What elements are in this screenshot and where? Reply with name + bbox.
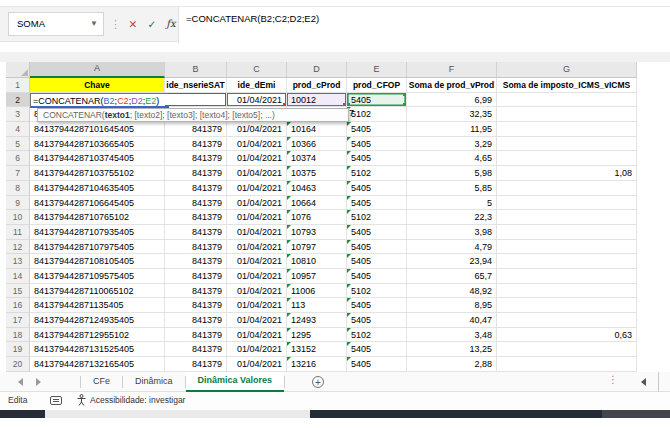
- column-header-G[interactable]: G: [497, 62, 637, 78]
- cell-D9[interactable]: 10664: [287, 196, 347, 211]
- cell-B20[interactable]: 841379: [165, 357, 227, 372]
- cell-E11[interactable]: 5405: [347, 225, 407, 240]
- cell-editor-A2[interactable]: =CONCATENAR(B2;C2;D2;E2): [30, 93, 168, 109]
- cell-C7[interactable]: 01/04/2021: [227, 166, 287, 181]
- cell-G3[interactable]: [497, 107, 637, 122]
- cell-A6[interactable]: 84137944287103745405: [30, 151, 165, 166]
- cell-E4[interactable]: 5405: [347, 122, 407, 137]
- cell-E13[interactable]: 5405: [347, 254, 407, 269]
- cell-B9[interactable]: 841379: [165, 196, 227, 211]
- cell-C19[interactable]: 01/04/2021: [227, 342, 287, 357]
- cell-B18[interactable]: 841379: [165, 328, 227, 343]
- cell-G2[interactable]: [497, 93, 637, 108]
- cell-D5[interactable]: 10366: [287, 137, 347, 152]
- cell-G8[interactable]: [497, 181, 637, 196]
- cell-D18[interactable]: 1295: [287, 328, 347, 343]
- cell-G13[interactable]: [497, 254, 637, 269]
- cell-A5[interactable]: 84137944287103665405: [30, 137, 165, 152]
- cell-G15[interactable]: [497, 284, 637, 299]
- chevron-down-icon[interactable]: ▼: [90, 13, 98, 35]
- cell-B19[interactable]: 841379: [165, 342, 227, 357]
- cell-E10[interactable]: 5102: [347, 210, 407, 225]
- cell-E3[interactable]: 5102: [347, 107, 407, 122]
- cell-D13[interactable]: 10810: [287, 254, 347, 269]
- cell-B16[interactable]: 841379: [165, 298, 227, 313]
- cell-D20[interactable]: 13216: [287, 357, 347, 372]
- cell-C12[interactable]: 01/04/2021: [227, 240, 287, 255]
- cell-G5[interactable]: [497, 137, 637, 152]
- cell-F12[interactable]: 4,79: [407, 240, 497, 255]
- cell-C14[interactable]: 01/04/2021: [227, 269, 287, 284]
- cell-E19[interactable]: 5405: [347, 342, 407, 357]
- accessibility-icon[interactable]: [76, 394, 87, 406]
- field-header-d[interactable]: prod_cProd: [287, 78, 347, 93]
- macro-record-icon[interactable]: [50, 396, 62, 405]
- cell-C11[interactable]: 01/04/2021: [227, 225, 287, 240]
- cell-C10[interactable]: 01/04/2021: [227, 210, 287, 225]
- cell-D14[interactable]: 10957: [287, 269, 347, 284]
- cell-A20[interactable]: 84137944287132165405: [30, 357, 165, 372]
- row-number[interactable]: 18: [6, 328, 30, 343]
- cell-E7[interactable]: 5102: [347, 166, 407, 181]
- cell-B8[interactable]: 841379: [165, 181, 227, 196]
- cell-D16[interactable]: 113: [287, 298, 347, 313]
- cell-D11[interactable]: 10793: [287, 225, 347, 240]
- cell-E5[interactable]: 5405: [347, 137, 407, 152]
- cell-A11[interactable]: 84137944287107935405: [30, 225, 165, 240]
- cell-A19[interactable]: 84137944287131525405: [30, 342, 165, 357]
- cell-F16[interactable]: 8,95: [407, 298, 497, 313]
- row-number[interactable]: 9: [6, 196, 30, 211]
- cell-B14[interactable]: 841379: [165, 269, 227, 284]
- cell-A7[interactable]: 84137944287103755102: [30, 166, 165, 181]
- row-number[interactable]: 11: [6, 225, 30, 240]
- cell-B12[interactable]: 841379: [165, 240, 227, 255]
- hscroll-left-icon[interactable]: [641, 378, 646, 386]
- new-sheet-button[interactable]: +: [312, 376, 324, 388]
- field-header-f[interactable]: Soma de prod_vProd: [407, 78, 497, 93]
- field-header-e[interactable]: prod_CFOP: [347, 78, 407, 93]
- cell-G12[interactable]: [497, 240, 637, 255]
- cell-A16[interactable]: 841379442871135405: [30, 298, 165, 313]
- sheet-tab-cfe[interactable]: CFe: [81, 372, 122, 392]
- cell-A17[interactable]: 84137944287124935405: [30, 313, 165, 328]
- cell-D12[interactable]: 10797: [287, 240, 347, 255]
- row-number[interactable]: 5: [6, 137, 30, 152]
- cell-G20[interactable]: [497, 357, 637, 372]
- cell-C15[interactable]: 01/04/2021: [227, 284, 287, 299]
- field-header-a[interactable]: Chave: [30, 78, 165, 93]
- sheet-nav-right-icon[interactable]: [36, 378, 41, 386]
- cell-B11[interactable]: 841379: [165, 225, 227, 240]
- cell-G4[interactable]: [497, 122, 637, 137]
- row-number[interactable]: 6: [6, 151, 30, 166]
- cell-E12[interactable]: 5405: [347, 240, 407, 255]
- cell-F4[interactable]: 11,95: [407, 122, 497, 137]
- cell-C16[interactable]: 01/04/2021: [227, 298, 287, 313]
- cell-G7[interactable]: 1,08: [497, 166, 637, 181]
- field-header-g[interactable]: Soma de imposto_ICMS_vICMS: [497, 78, 637, 93]
- cell-F13[interactable]: 23,94: [407, 254, 497, 269]
- cell-B5[interactable]: 841379: [165, 137, 227, 152]
- select-all-button[interactable]: [6, 62, 30, 78]
- cell-C20[interactable]: 01/04/2021: [227, 357, 287, 372]
- cell-A8[interactable]: 84137944287104635405: [30, 181, 165, 196]
- column-header-D[interactable]: D: [287, 62, 347, 78]
- cell-G17[interactable]: [497, 313, 637, 328]
- cell-A15[interactable]: 84137944287110065102: [30, 284, 165, 299]
- cell-E20[interactable]: 5405: [347, 357, 407, 372]
- cell-A14[interactable]: 84137944287109575405: [30, 269, 165, 284]
- cell-D8[interactable]: 10463: [287, 181, 347, 196]
- name-box[interactable]: SOMA ▼: [8, 12, 104, 36]
- cell-C6[interactable]: 01/04/2021: [227, 151, 287, 166]
- row-number[interactable]: 13: [6, 254, 30, 269]
- cell-D10[interactable]: 1076: [287, 210, 347, 225]
- cell-F8[interactable]: 5,85: [407, 181, 497, 196]
- cell-G11[interactable]: [497, 225, 637, 240]
- cell-G10[interactable]: [497, 210, 637, 225]
- enter-button[interactable]: ✓: [143, 12, 161, 36]
- cell-E14[interactable]: 5405: [347, 269, 407, 284]
- sheet-tab-dinâmica[interactable]: Dinâmica: [123, 372, 185, 392]
- cell-B17[interactable]: 841379: [165, 313, 227, 328]
- cell-D4[interactable]: 10164: [287, 122, 347, 137]
- cell-G16[interactable]: [497, 298, 637, 313]
- cell-E8[interactable]: 5405: [347, 181, 407, 196]
